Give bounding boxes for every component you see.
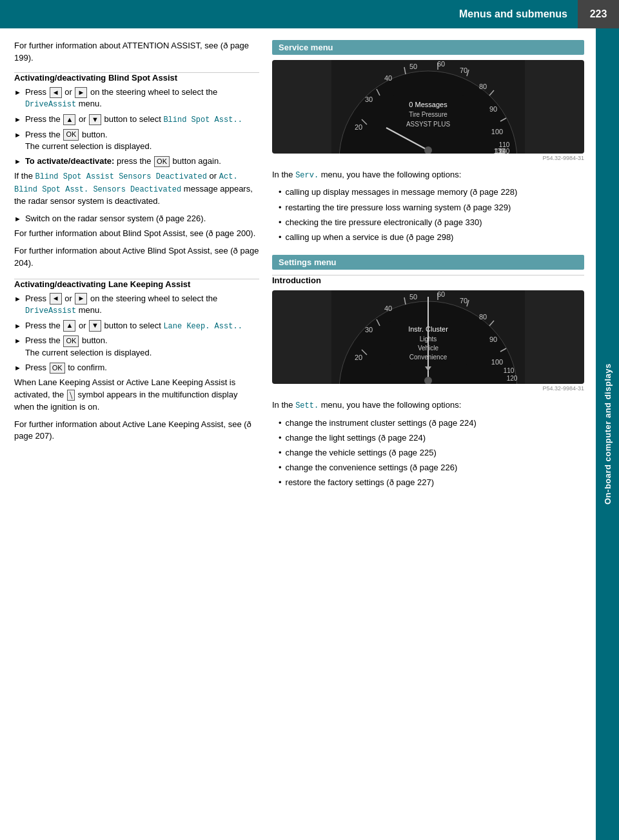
intro-text: For further information about ATTENTION … (14, 40, 259, 65)
option-text: change the convenience settings (ð page … (286, 462, 458, 474)
bullet-dot: • (279, 447, 282, 459)
bullet-text: Press the ▲ or ▼ button to select Lane K… (25, 320, 259, 332)
menu-code: Sett. (295, 401, 319, 410)
list-item: • checking the tire pressure electronica… (279, 217, 584, 228)
bullet-text: Press the OK button. The current selecti… (25, 335, 259, 358)
up-btn-icon: ▲ (63, 320, 75, 331)
list-item: • calling up display messages in message… (279, 186, 584, 198)
ok-btn-icon: OK (63, 335, 79, 346)
down-btn-icon: ▼ (89, 320, 101, 331)
bullet-item: ► Switch on the radar sensor system (ð p… (14, 213, 259, 225)
bold-label: To activate/deactivate: (25, 156, 114, 166)
arrow-icon: ► (14, 88, 21, 97)
right-column: Service menu (272, 40, 584, 828)
bullet-text: Press ◄ or ► on the steering wheel to se… (25, 293, 259, 317)
ok-btn-icon: OK (50, 363, 65, 374)
list-item: • restarting the tire pressure loss warn… (279, 202, 584, 214)
arrow-icon: ► (14, 336, 21, 346)
settings-intro-text: In the Sett. menu, you have the followin… (272, 399, 584, 412)
bullet-dot: • (279, 202, 282, 214)
left-column: For further information about ATTENTION … (14, 40, 259, 828)
settings-options-list: • change the instrument cluster settings… (279, 417, 584, 489)
svg-text:100: 100 (491, 358, 503, 366)
menu-code: DriveAssist (25, 306, 76, 315)
svg-text:140: 140 (499, 148, 510, 154)
right-btn-icon: ► (75, 293, 87, 304)
page-layout: For further information about ATTENTION … (0, 28, 619, 840)
speedo-image-2: 20 30 40 50 60 70 80 90 100 110 12 (272, 290, 584, 384)
list-item: • change the instrument cluster settings… (279, 417, 584, 429)
header-title: Menus and submenus (0, 0, 578, 28)
bullet-text: Switch on the radar sensor system (ð pag… (25, 213, 259, 225)
speedo-caption: P54.32-9984-31 (272, 155, 584, 161)
ok-btn-icon: OK (154, 156, 170, 167)
further-text: For further information about Active Lan… (14, 419, 259, 443)
svg-text:50: 50 (409, 63, 417, 70)
arrow-icon: ► (14, 157, 21, 166)
service-menu-label: Service menu (272, 40, 584, 55)
arrow-icon: ► (14, 294, 21, 304)
bullet-text: Press the ▲ or ▼ button to select Blind … (25, 114, 259, 126)
menu-code: Blind Spot Asst.. (163, 115, 242, 125)
list-item: • change the convenience settings (ð pag… (279, 462, 584, 474)
svg-text:20: 20 (355, 123, 362, 131)
bullet-dot: • (279, 432, 282, 444)
list-item: • calling up when a service is due (ð pa… (279, 232, 584, 243)
arrow-icon: ► (14, 115, 21, 125)
when-text: When Lane Keeping Assist or Active Lane … (14, 377, 259, 414)
svg-text:90: 90 (489, 105, 497, 113)
menu-code: DriveAssist (25, 100, 76, 109)
option-text: checking the tire pressure electronicall… (286, 217, 482, 228)
bullet-dot: • (279, 186, 282, 198)
svg-text:60: 60 (437, 290, 445, 298)
svg-text:40: 40 (384, 305, 392, 312)
option-text: change the instrument cluster settings (… (286, 417, 477, 429)
speedometer-settings: 20 30 40 50 60 70 80 90 100 110 12 (272, 290, 584, 392)
svg-text:20: 20 (355, 354, 362, 361)
section2-heading: Activating/deactivating Lane Keeping Ass… (14, 279, 259, 289)
option-text: change the vehicle settings (ð page 225) (286, 447, 437, 459)
bullet-item: ► Press the ▲ or ▼ button to select Lane… (14, 320, 259, 332)
left-btn-icon: ◄ (50, 87, 62, 98)
bullet-dot: • (279, 232, 282, 243)
up-btn-icon: ▲ (63, 114, 75, 125)
list-item: • change the vehicle settings (ð page 22… (279, 447, 584, 459)
option-text: restore the factory settings (ð page 227… (286, 477, 435, 488)
svg-text:100: 100 (491, 128, 503, 135)
bullet-text: To activate/deactivate: press the OK but… (25, 155, 259, 167)
svg-text:50: 50 (409, 293, 417, 301)
bullet-dot: • (279, 477, 282, 488)
service-intro-text: In the Serv. menu, you have the followin… (272, 169, 584, 181)
bullet-text: Press the OK button. The current selecti… (25, 129, 259, 152)
svg-text:70: 70 (460, 66, 467, 74)
list-item: • change the light settings (ð page 224) (279, 432, 584, 444)
bullet-item: ► Press the ▲ or ▼ button to select Blin… (14, 114, 259, 126)
svg-text:90: 90 (489, 335, 497, 343)
right-btn-icon: ► (75, 87, 87, 98)
bullet-item: ► Press the OK button. The current selec… (14, 129, 259, 152)
intro-heading: Introduction (272, 275, 584, 285)
left-btn-icon: ◄ (50, 293, 62, 304)
symbol-icon: ⧹ (67, 390, 75, 401)
bullet-item: ► Press the OK button. The current selec… (14, 335, 259, 358)
bullet-item: ► Press OK to confirm. (14, 362, 259, 374)
svg-text:80: 80 (479, 313, 487, 321)
if-text: If the Blind Spot Assist Sensors Deactiv… (14, 170, 259, 208)
svg-text:30: 30 (365, 95, 373, 103)
svg-text:120: 120 (507, 375, 518, 382)
svg-text:40: 40 (384, 74, 392, 82)
svg-text:Tire Pressure: Tire Pressure (409, 111, 447, 118)
speedo-image: 20 30 40 50 60 70 80 90 100 110 (272, 60, 584, 154)
menu-code: Serv. (295, 171, 319, 180)
arrow-icon: ► (14, 214, 21, 224)
list-item: • restore the factory settings (ð page 2… (279, 477, 584, 488)
bullet-item: ► Press ◄ or ► on the steering wheel to … (14, 293, 259, 317)
option-text: calling up when a service is due (ð page… (286, 232, 454, 243)
further-text: For further information about Active Bli… (14, 245, 259, 270)
bullet-dot: • (279, 217, 282, 228)
speedo-caption-2: P54.32-9984-31 (272, 385, 584, 392)
bullet-dot: • (279, 417, 282, 429)
bullet-item: ► Press ◄ or ► on the steering wheel to … (14, 86, 259, 110)
svg-text:0 Messages: 0 Messages (409, 101, 447, 108)
bullet-text: Press OK to confirm. (25, 362, 259, 374)
